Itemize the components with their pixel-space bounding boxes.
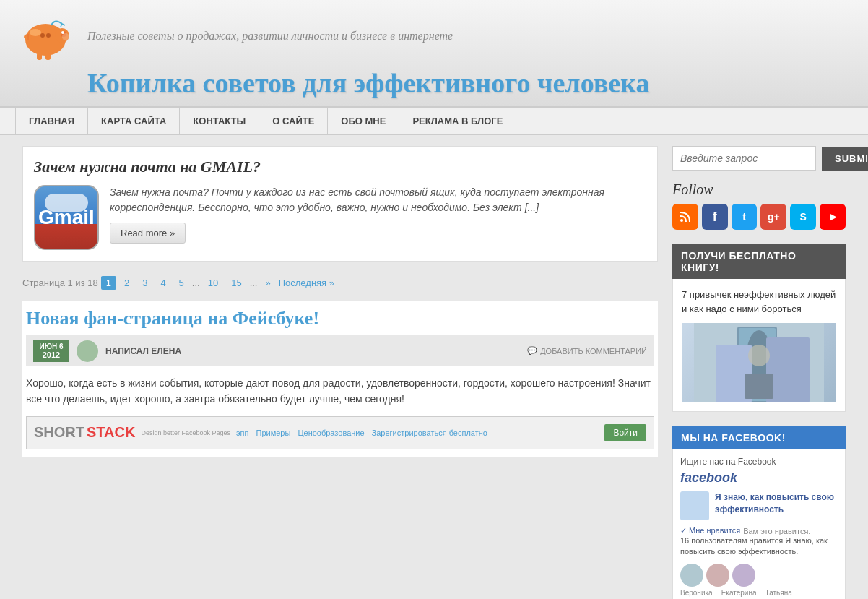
- search-widget: SUBMIT: [672, 146, 846, 171]
- search-input[interactable]: [672, 146, 816, 171]
- fb-brand: facebook: [680, 470, 838, 486]
- book-widget-text: 7 привычек неэффективных людей и как над…: [682, 288, 836, 316]
- shortstack-logo: SHORTSTACK: [34, 424, 135, 441]
- svg-line-12: [61, 24, 62, 27]
- svg-point-10: [61, 31, 64, 34]
- page-next[interactable]: »: [260, 276, 275, 290]
- facebook-widget-title: МЫ НА FACEBOOK!: [672, 426, 846, 449]
- shortstack-short: SHORT: [34, 424, 84, 441]
- svg-point-14: [680, 219, 683, 222]
- svg-point-11: [62, 33, 69, 40]
- twitter-icon[interactable]: t: [732, 204, 758, 230]
- book-widget: ПОЛУЧИ БЕСПЛАТНО КНИГУ! 7 привычек неэфф…: [672, 244, 846, 412]
- fb-user-thumb-3: [732, 564, 755, 587]
- main-layout: Зачем нужна почта на GMAIL? Gmail Зачем …: [15, 135, 853, 599]
- youtube-icon[interactable]: ▶: [820, 204, 846, 230]
- svg-point-21: [748, 345, 770, 366]
- fb-find-text: Ищите нас на Facebook: [680, 457, 838, 467]
- date-month: ИЮН 6: [39, 342, 64, 350]
- gmail-article-title: Зачем нужна почта на GMAIL?: [34, 158, 646, 176]
- fb-user-name-2: Екатерина: [721, 589, 757, 597]
- nav-item-sitemap[interactable]: КАРТА САЙТА: [88, 108, 180, 134]
- shortstack-login-button[interactable]: Войти: [604, 424, 646, 441]
- fb-preview: Я знаю, как повысить свою эффективность: [680, 491, 838, 520]
- pagination-label: Страница 1 из 18: [22, 277, 98, 288]
- follow-icons: f t g+ S ▶: [672, 204, 846, 230]
- facebook-article-text: Хорошо, когда есть в жизни события, кото…: [26, 375, 654, 408]
- follow-title: Follow: [672, 181, 846, 198]
- date-badge: ИЮН 6 2012: [33, 340, 69, 362]
- shortstack-embed: SHORTSTACK Design better Facebook Pages …: [26, 416, 654, 449]
- author-avatar: [77, 340, 98, 362]
- svg-line-13: [62, 24, 65, 25]
- book-widget-body: 7 привычек неэффективных людей и как над…: [672, 279, 846, 412]
- piggy-icon: [15, 11, 73, 61]
- fb-user-names: Вероника Екатерина Татьяна: [680, 589, 838, 597]
- fb-user-name-1: Вероника: [680, 589, 713, 597]
- fb-page-text: Я знаю, как повысить свою эффективность: [715, 491, 838, 520]
- shortstack-links: эпп Примеры Ценообразование Зарегистриро…: [236, 428, 599, 437]
- book-widget-title: ПОЛУЧИ БЕСПЛАТНО КНИГУ!: [672, 244, 846, 279]
- nav-item-home[interactable]: ГЛАВНАЯ: [15, 108, 88, 134]
- fb-user-thumb-1: [680, 564, 703, 587]
- gmail-thumbnail: Gmail: [34, 185, 99, 250]
- gmail-article-excerpt: Зачем нужна почта? Почти у каждого из на…: [110, 185, 646, 215]
- fb-like-check: ✓ Мне нравится: [680, 526, 740, 535]
- read-more-button[interactable]: Read more »: [110, 223, 186, 244]
- author-name: НАПИСАЛ ЕЛЕНА: [105, 346, 520, 356]
- fb-page-thumb: [680, 491, 709, 520]
- shortstack-stack: STACK: [87, 424, 135, 441]
- facebook-widget-body: Ищите нас на Facebook facebook Я знаю, к…: [672, 449, 846, 599]
- skype-icon[interactable]: S: [790, 204, 816, 230]
- nav-item-about-me[interactable]: ОБО МНЕ: [328, 108, 399, 134]
- fb-like-button[interactable]: ✓ Мне нравится Вам это нравится.: [680, 526, 838, 535]
- facebook-article: Новая фан-страница на Фейсбуке! ИЮН 6 20…: [22, 301, 658, 457]
- svg-point-4: [40, 33, 45, 38]
- facebook-article-title: Новая фан-страница на Фейсбуке!: [26, 308, 654, 329]
- facebook-widget: МЫ НА FACEBOOK! Ищите нас на Facebook fa…: [672, 426, 846, 599]
- date-year: 2012: [39, 350, 64, 359]
- nav-item-ads[interactable]: РЕКЛАМА В БЛОГЕ: [399, 108, 516, 134]
- sidebar: SUBMIT Follow f t g+ S ▶ ПОЛУЧИ БЕСПЛАТН…: [672, 146, 846, 599]
- fb-like-label: Вам это нравится.: [743, 527, 810, 535]
- googleplus-icon[interactable]: g+: [760, 204, 786, 230]
- page-4[interactable]: 4: [155, 276, 170, 290]
- gmail-article: Зачем нужна почта на GMAIL? Gmail Зачем …: [22, 146, 658, 262]
- page-5[interactable]: 5: [174, 276, 189, 290]
- svg-rect-6: [37, 53, 42, 60]
- page-last[interactable]: Последняя »: [279, 277, 334, 288]
- search-submit-button[interactable]: SUBMIT: [822, 147, 868, 171]
- content-area: Зачем нужна почта на GMAIL? Gmail Зачем …: [22, 146, 658, 599]
- book-image: [682, 323, 836, 402]
- shortstack-tagline: Design better Facebook Pages: [141, 429, 230, 436]
- page-dots-1: ...: [192, 277, 200, 288]
- site-tagline: Полезные советы о продажах, развитии лич…: [87, 30, 453, 43]
- site-title: Копилка советов для эффективного человек…: [15, 67, 853, 99]
- svg-point-5: [46, 33, 51, 38]
- fb-users-text: 16 пользователям нравится Я знаю, как по…: [680, 535, 838, 558]
- main-nav: ГЛАВНАЯ КАРТА САЙТА КОНТАКТЫ О САЙТЕ ОБО…: [0, 107, 868, 135]
- page-1[interactable]: 1: [101, 276, 116, 290]
- fb-user-thumb-2: [706, 564, 729, 587]
- page-2[interactable]: 2: [119, 276, 134, 290]
- page-15[interactable]: 15: [226, 276, 246, 290]
- svg-rect-22: [745, 374, 773, 399]
- svg-rect-7: [45, 53, 51, 60]
- page-10[interactable]: 10: [203, 276, 223, 290]
- page-3[interactable]: 3: [137, 276, 152, 290]
- site-header: Полезные советы о продажах, развитии лич…: [0, 0, 868, 107]
- nav-item-contacts[interactable]: КОНТАКТЫ: [180, 108, 259, 134]
- post-meta: ИЮН 6 2012 НАПИСАЛ ЕЛЕНА 💬 ДОБАВИТЬ КОММ…: [26, 335, 654, 366]
- add-comment-link[interactable]: 💬 ДОБАВИТЬ КОММЕНТАРИЙ: [527, 346, 647, 355]
- pagination: Страница 1 из 18 1 2 3 4 5 ... 10 15 ...…: [22, 276, 658, 290]
- rss-icon[interactable]: [672, 204, 698, 230]
- fb-user-name-3: Татьяна: [765, 589, 792, 597]
- nav-item-about[interactable]: О САЙТЕ: [259, 108, 328, 134]
- facebook-social-icon[interactable]: f: [702, 204, 728, 230]
- page-dots-2: ...: [250, 277, 258, 288]
- follow-section: Follow f t g+ S ▶: [672, 181, 846, 230]
- comment-icon: 💬: [527, 346, 537, 355]
- fb-user-thumbs: [680, 564, 838, 587]
